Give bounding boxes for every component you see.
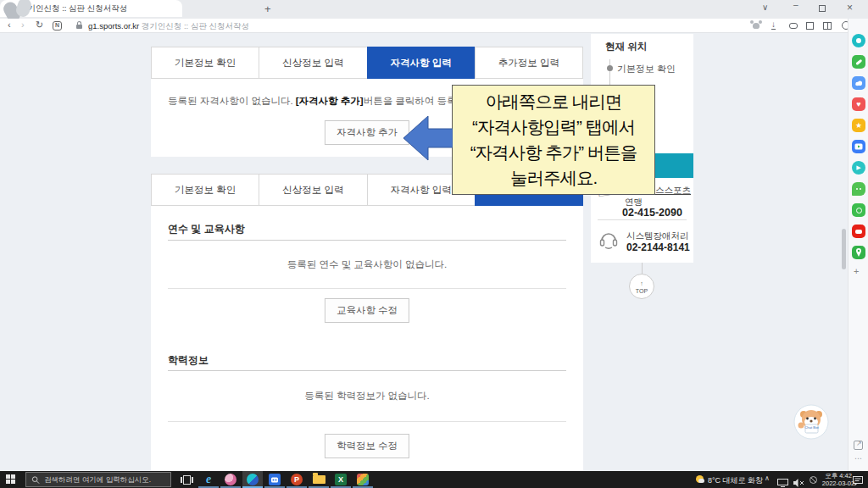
search-input[interactable] <box>44 475 165 484</box>
back-icon[interactable]: ‹ <box>8 19 11 30</box>
split-view-icon[interactable] <box>823 22 832 30</box>
weather-text[interactable]: 8°C 대체로 화창 <box>708 475 763 486</box>
chatbot-button[interactable]: Chat Bot <box>793 404 829 440</box>
tab-search-chevron-icon[interactable]: ∨ <box>762 3 768 12</box>
taskbar-app-paint-3d[interactable] <box>220 471 241 488</box>
education-empty-message: 등록된 학력정보가 없습니다. <box>151 390 583 402</box>
taskbar-app-photos[interactable] <box>353 471 373 488</box>
profile-sections-panel: 기본정보 확인 신상정보 입력 자격사항 입력 연수 및 교육사항 등록된 연수… <box>151 174 583 471</box>
browser-tab-strip: 경기인신청 :: 심판 신청서작성 + ∨ – × <box>0 0 868 19</box>
tab-title: 경기인신청 :: 심판 신청서작성 <box>19 3 127 14</box>
capture-icon[interactable] <box>806 22 814 30</box>
add-qualification-button[interactable]: 자격사항 추가 <box>325 120 409 145</box>
taskbar-app-file-explorer[interactable] <box>309 471 329 488</box>
taskbar-app-powerpoint[interactable]: P <box>287 471 307 488</box>
play-music-icon[interactable]: ▶ <box>852 161 865 175</box>
url-page-title: 경기인신청 :: 심판 신청서작성 <box>142 21 249 30</box>
phone-app-icon[interactable] <box>852 55 865 69</box>
top-button-line <box>642 263 643 274</box>
close-button[interactable]: × <box>847 2 853 14</box>
training-section-title: 연수 및 교육사항 <box>168 222 245 236</box>
edit-education-button[interactable]: 학력정보 수정 <box>325 434 409 458</box>
new-tab-button[interactable]: + <box>264 3 271 15</box>
open-external-icon[interactable] <box>854 441 863 450</box>
star-bookmark-icon[interactable]: ★ <box>852 119 865 132</box>
current-location-title: 현재 위치 <box>605 41 647 53</box>
url-domain: g1.sports.or.kr <box>88 21 139 30</box>
training-empty-message: 등록된 연수 및 교육사항이 없습니다. <box>151 258 583 271</box>
tray-sync-icon[interactable] <box>810 476 817 484</box>
tab-basic-info-2[interactable]: 기본정보 확인 <box>151 174 259 206</box>
annotation-callout: 아래쪽으로 내리면 “자격사항입력” 탭에서 “자격사항 추가” 버튼을 눌러주… <box>452 85 655 195</box>
system-support-label: 시스템장애처리 <box>626 230 689 242</box>
speaker-muted-icon[interactable] <box>793 475 804 488</box>
chat-app-icon[interactable] <box>852 182 865 196</box>
lock-icon <box>76 25 82 29</box>
restore-button[interactable] <box>819 5 826 12</box>
youtube-app-icon[interactable] <box>852 225 865 238</box>
annotation-arrow-icon <box>403 114 453 161</box>
windows-taskbar: e P X 8°C 대체로 화창 ∧ 오후 4:42 2022-03-02 <box>0 471 868 488</box>
phone-connect-icon[interactable] <box>789 23 798 29</box>
tab-personal-info[interactable]: 신상정보 입력 <box>259 47 367 79</box>
action-center-icon[interactable] <box>853 474 864 488</box>
headset-icon <box>595 227 622 254</box>
system-support-phone: 02-2144-8141 <box>626 241 690 253</box>
education-section-title: 학력정보 <box>168 353 209 368</box>
taskbar-search[interactable] <box>25 472 171 487</box>
timeline-step-label: 기본정보 확인 <box>617 63 676 75</box>
band-app-icon[interactable] <box>852 203 865 217</box>
screen: 경기인신청 :: 심판 신청서작성 + ∨ – × ‹ › ↻ N g1.spo… <box>0 0 868 488</box>
scroll-to-top-button[interactable]: ↑TOP <box>629 274 654 299</box>
reload-icon[interactable]: ↻ <box>36 19 43 30</box>
task-view-button[interactable] <box>176 471 197 488</box>
page-scrollbar-thumb[interactable] <box>842 229 846 269</box>
weather-icon[interactable] <box>696 475 704 483</box>
tv-app-icon[interactable] <box>852 140 865 153</box>
heart-app-icon[interactable]: ♥ <box>852 97 865 111</box>
add-app-icon[interactable]: + <box>854 266 859 276</box>
naver-dot-icon[interactable] <box>852 34 865 47</box>
minimize-button[interactable]: – <box>793 0 798 9</box>
tray-chevron-icon[interactable]: ∧ <box>765 474 770 482</box>
taskbar-app-excel[interactable]: X <box>331 471 351 488</box>
naver-home-icon[interactable]: N <box>53 21 62 30</box>
more-dots-icon[interactable]: ⋯ <box>854 454 863 463</box>
edit-training-button[interactable]: 교육사항 수정 <box>325 298 409 323</box>
search-icon <box>31 475 40 485</box>
contact-org-link[interactable]: 스스포츠 <box>655 185 691 197</box>
taskbar-app-internet-explorer[interactable]: e <box>198 471 219 488</box>
taskbar-app-whale-browser[interactable] <box>242 471 263 488</box>
whale-paw-icon[interactable] <box>753 23 760 29</box>
qualification-empty-message: 등록된 자격사항이 없습니다. [자격사항 추가]버튼을 클릭하여 등록하세요. <box>168 95 488 108</box>
clock-date: 2022-03-02 <box>822 480 854 487</box>
tab-additional-info[interactable]: 추가정보 입력 <box>475 47 583 79</box>
tab-qualification[interactable]: 자격사항 입력 <box>367 47 476 79</box>
timeline-dot-icon <box>607 65 613 71</box>
taskbar-app-blue-robot[interactable] <box>264 471 285 488</box>
step-tabs-row-1: 기본정보 확인 신상정보 입력 자격사항 입력 추가정보 입력 <box>151 47 583 79</box>
contact-phone-number: 02-415-2090 <box>622 207 682 219</box>
cloud-app-icon[interactable] <box>852 76 865 90</box>
tab-basic-info[interactable]: 기본정보 확인 <box>151 47 259 79</box>
clock-time: 오후 4:42 <box>825 472 852 480</box>
forward-icon[interactable]: › <box>21 19 25 30</box>
browser-toolbar: ‹ › ↻ N g1.sports.or.kr 경기인신청 :: 심판 신청서작… <box>0 19 868 33</box>
tab-personal-info-2[interactable]: 신상정보 입력 <box>259 174 367 206</box>
display-icon[interactable] <box>777 475 788 488</box>
whale-sidebar-strip: ♥ ★ ▶ + ⋯ <box>848 19 868 471</box>
address-bar[interactable]: g1.sports.or.kr 경기인신청 :: 심판 신청서작성 <box>88 21 249 32</box>
chatbot-label: Chat Bot <box>804 425 819 430</box>
map-pin-app-icon[interactable] <box>852 246 865 259</box>
start-button[interactable] <box>6 474 16 485</box>
download-icon[interactable]: ↓ <box>771 20 776 30</box>
